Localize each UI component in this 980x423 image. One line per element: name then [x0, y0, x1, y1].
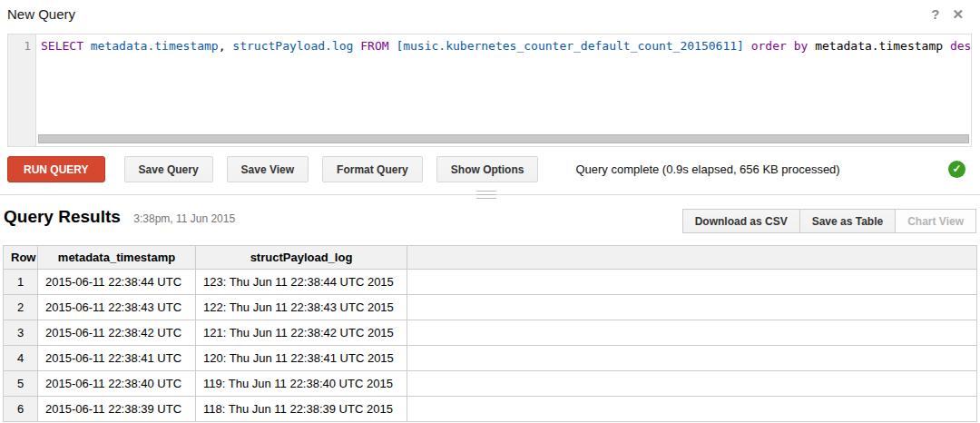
sql-editor[interactable]: 1 SELECT metadata.timestamp, structPaylo…	[7, 34, 972, 147]
table-header-row: Rowmetadata_timestampstructPayload_log	[4, 246, 977, 270]
sql-token-field: [music.kubernetes_counter_default_count_…	[396, 39, 744, 53]
data-cell: 118: Thu Jun 11 22:38:39 UTC 2015	[196, 397, 407, 422]
filler-cell	[407, 346, 977, 371]
data-cell: 123: Thu Jun 11 22:38:44 UTC 2015	[196, 270, 407, 295]
table-row: 42015-06-11 22:38:41 UTC120: Thu Jun 11 …	[4, 346, 977, 371]
help-icon[interactable]: ?	[931, 5, 939, 24]
sql-token-plain: ,	[219, 39, 233, 53]
editor-horizontal-scrollbar[interactable]	[38, 134, 969, 143]
filler-cell	[407, 397, 977, 422]
sql-token-field: structPayload.log	[232, 39, 353, 53]
show-options-button[interactable]: Show Options	[436, 156, 539, 182]
table-row: 32015-06-11 22:38:42 UTC121: Thu Jun 11 …	[4, 320, 977, 346]
data-cell: 2015-06-11 22:38:40 UTC	[38, 371, 196, 397]
row-number-cell: 1	[4, 270, 38, 295]
results-header: Query Results 3:38pm, 11 Jun 2015 Downlo…	[4, 207, 976, 238]
sql-token-keyword: by	[794, 39, 808, 53]
sql-token-plain	[83, 39, 91, 53]
results-table: Rowmetadata_timestampstructPayload_log 1…	[3, 245, 977, 422]
sql-code-line[interactable]: SELECT metadata.timestamp, structPayload…	[36, 34, 971, 146]
table-row: 52015-06-11 22:38:40 UTC119: Thu Jun 11 …	[4, 371, 977, 397]
data-cell: 119: Thu Jun 11 22:38:40 UTC 2015	[196, 371, 407, 397]
sql-token-plain	[787, 39, 794, 53]
table-body: 12015-06-11 22:38:44 UTC123: Thu Jun 11 …	[4, 270, 977, 422]
close-icon[interactable]: ✕	[952, 5, 964, 24]
save-query-button[interactable]: Save Query	[124, 156, 213, 182]
editor-gutter: 1	[8, 34, 36, 146]
chart-view-button: Chart View	[895, 209, 976, 233]
row-number-cell: 2	[4, 295, 38, 320]
data-cell: 2015-06-11 22:38:42 UTC	[38, 320, 196, 346]
filler-cell	[407, 295, 977, 320]
bigquery-new-query-page: { "header": { "title": "New Query", "hel…	[0, 0, 980, 423]
page-title: New Query	[7, 6, 75, 22]
sql-token-keyword: des	[950, 39, 971, 53]
filler-cell	[407, 320, 977, 346]
row-number-cell: 5	[4, 371, 38, 397]
sql-token-plain: metadata.timestamp	[808, 39, 950, 53]
results-title: Query Results	[4, 207, 121, 227]
row-number-cell: 4	[4, 346, 38, 371]
filler-cell	[407, 371, 977, 397]
column-header-metadata-timestamp: metadata_timestamp	[38, 246, 196, 270]
sql-token-keyword: order	[751, 39, 787, 53]
data-cell: 2015-06-11 22:38:41 UTC	[38, 346, 196, 371]
data-cell: 2015-06-11 22:38:43 UTC	[38, 295, 196, 320]
filler-cell	[407, 270, 977, 295]
header-icons: ? ✕	[931, 5, 964, 24]
table-row: 12015-06-11 22:38:44 UTC123: Thu Jun 11 …	[4, 270, 977, 295]
data-cell: 2015-06-11 22:38:44 UTC	[38, 270, 196, 295]
query-complete-check-icon: ✓	[948, 161, 965, 178]
results-timestamp: 3:38pm, 11 Jun 2015	[133, 212, 235, 225]
query-toolbar: RUN QUERY Save QuerySave ViewFormat Quer…	[7, 156, 973, 182]
data-cell: 120: Thu Jun 11 22:38:41 UTC 2015	[196, 346, 407, 371]
row-number-cell: 6	[4, 397, 38, 422]
data-cell: 2015-06-11 22:38:39 UTC	[38, 397, 196, 422]
column-header-structpayload-log: structPayload_log	[196, 246, 407, 270]
query-status-text: Query complete (0.9s elapsed, 656 KB pro…	[575, 162, 839, 176]
sql-token-field: metadata.timestamp	[91, 39, 219, 53]
sql-token-keyword: SELECT	[41, 39, 83, 53]
results-action-buttons: Download as CSVSave as TableChart View	[683, 209, 976, 233]
column-header-row: Row	[4, 246, 38, 270]
save-view-button[interactable]: Save View	[227, 156, 309, 182]
row-number-cell: 3	[4, 320, 38, 346]
results-resize-handle[interactable]	[476, 190, 496, 200]
download-as-csv-button[interactable]: Download as CSV	[682, 209, 800, 233]
save-as-table-button[interactable]: Save as Table	[799, 209, 897, 233]
line-number: 1	[24, 39, 31, 53]
format-query-button[interactable]: Format Query	[322, 156, 423, 182]
sql-token-keyword: FROM	[360, 39, 388, 53]
run-query-button[interactable]: RUN QUERY	[7, 156, 105, 182]
table-row: 62015-06-11 22:38:39 UTC118: Thu Jun 11 …	[4, 397, 977, 422]
data-cell: 121: Thu Jun 11 22:38:42 UTC 2015	[196, 320, 407, 346]
table-row: 22015-06-11 22:38:43 UTC122: Thu Jun 11 …	[4, 295, 977, 320]
column-header-filler	[407, 246, 977, 270]
data-cell: 122: Thu Jun 11 22:38:43 UTC 2015	[196, 295, 407, 320]
sql-token-plain	[744, 39, 751, 53]
toolbar-buttons: Save QuerySave ViewFormat QueryShow Opti…	[124, 156, 553, 182]
